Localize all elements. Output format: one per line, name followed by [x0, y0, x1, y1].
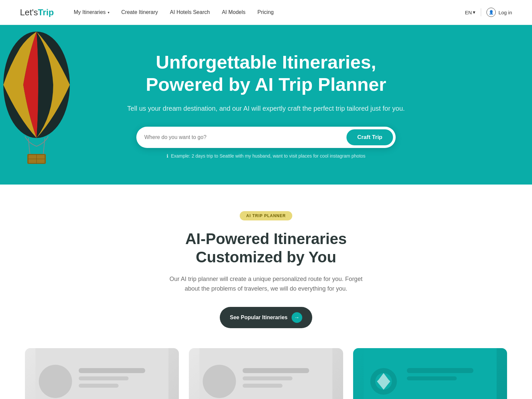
- svg-rect-14: [243, 368, 309, 373]
- svg-rect-11: [79, 384, 119, 388]
- navbar: Let's Trip My Itineraries ▾ Create Itine…: [0, 0, 532, 25]
- nav-ai-hotels[interactable]: AI Hotels Search: [170, 9, 210, 15]
- svg-point-8: [39, 365, 72, 398]
- login-button[interactable]: 👤 Log in: [486, 8, 512, 17]
- svg-rect-15: [243, 376, 293, 380]
- search-hint: ℹ Example: 2 days trip to Seattle with m…: [123, 153, 409, 159]
- hero-section: Unforgettable Itineraries, Powered by AI…: [0, 25, 532, 185]
- craft-trip-button[interactable]: Craft Trip: [346, 129, 393, 145]
- svg-line-1: [28, 138, 30, 155]
- search-input[interactable]: [144, 134, 346, 140]
- logo-lets: Let's: [20, 7, 38, 18]
- svg-rect-9: [79, 368, 145, 373]
- nav-pricing[interactable]: Pricing: [257, 9, 274, 15]
- card-1: [25, 348, 179, 399]
- logo-trip: Trip: [38, 7, 54, 18]
- svg-point-13: [203, 365, 236, 398]
- svg-line-2: [43, 138, 45, 155]
- svg-rect-16: [243, 384, 283, 388]
- chevron-down-icon: ▾: [473, 9, 475, 15]
- section-description: Our AI trip planner will create a unique…: [166, 274, 366, 294]
- nav-links: My Itineraries ▾ Create Itinerary AI Hot…: [74, 9, 465, 15]
- content-section: AI TRIP PLANNER AI-Powered Itineraries C…: [0, 185, 532, 348]
- search-bar: Craft Trip: [136, 127, 396, 148]
- chevron-down-icon: ▾: [108, 11, 109, 14]
- svg-rect-21: [407, 376, 457, 380]
- logo[interactable]: Let's Trip: [20, 7, 54, 18]
- ai-badge: AI TRIP PLANNER: [240, 211, 293, 220]
- card-3: [353, 348, 507, 399]
- arrow-right-icon: →: [292, 312, 302, 323]
- hero-subtitle: Tell us your dream destination, and our …: [123, 103, 409, 113]
- user-icon: 👤: [486, 8, 496, 17]
- hero-content: Unforgettable Itineraries, Powered by AI…: [116, 31, 416, 179]
- balloon-illustration: [0, 25, 73, 165]
- see-popular-itineraries-button[interactable]: See Popular Itineraries →: [220, 307, 312, 328]
- section-title: AI-Powered Itineraries Customized by You: [7, 230, 525, 266]
- language-selector[interactable]: EN ▾: [465, 9, 475, 15]
- info-icon: ℹ: [167, 153, 168, 159]
- svg-rect-10: [79, 376, 129, 380]
- card-2: [189, 348, 343, 399]
- nav-right: EN ▾ 👤 Log in: [465, 8, 512, 17]
- nav-create-itinerary[interactable]: Create Itinerary: [121, 9, 158, 15]
- svg-rect-20: [407, 368, 473, 373]
- hero-title: Unforgettable Itineraries, Powered by AI…: [123, 51, 409, 95]
- nav-divider: [481, 8, 481, 16]
- nav-my-itineraries[interactable]: My Itineraries ▾: [74, 9, 109, 15]
- nav-ai-models[interactable]: AI Models: [222, 9, 245, 15]
- cards-row: [0, 348, 532, 399]
